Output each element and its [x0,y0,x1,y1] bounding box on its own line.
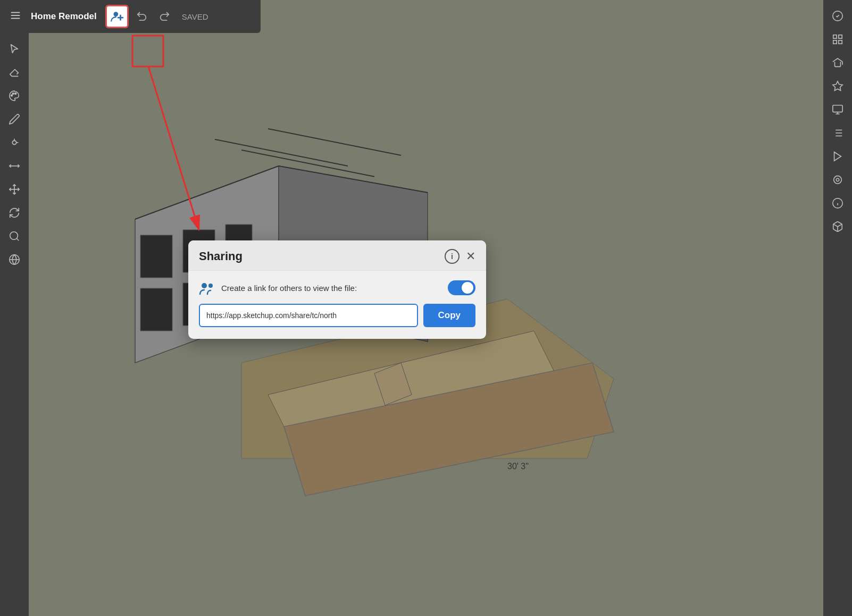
svg-text:30' 3": 30' 3" [507,462,529,471]
svg-rect-25 [833,105,842,112]
right-tool-7[interactable] [827,146,848,167]
tool-tape[interactable] [4,226,25,247]
svg-rect-48 [140,288,172,331]
canvas-area: 30' 3" Sharing i ✕ [29,33,823,616]
svg-marker-24 [833,81,842,90]
document-title: Home Remodel [31,11,97,22]
tool-rotate[interactable] [4,202,25,223]
svg-rect-20 [833,35,837,38]
undo-button[interactable] [133,7,151,26]
right-tool-box[interactable] [827,216,848,237]
right-tool-4[interactable] [827,76,848,97]
dialog-body: Create a link for others to view the fil… [188,271,486,339]
tool-pencil[interactable] [4,109,25,130]
dialog-header-icons: i ✕ [445,249,475,264]
svg-line-16 [16,238,19,240]
saved-status: SAVED [178,10,213,23]
svg-point-36 [834,176,842,184]
tool-move[interactable] [4,179,25,200]
right-sidebar [823,0,852,616]
toggle-thumb [462,282,473,294]
svg-point-3 [113,12,118,16]
sharing-toggle[interactable] [448,280,475,295]
left-sidebar [0,33,29,616]
svg-point-7 [12,93,14,95]
url-row: Copy [199,304,475,327]
tool-eraser[interactable] [4,62,25,83]
svg-rect-21 [839,35,842,38]
svg-line-54 [268,129,401,155]
sharing-toggle-row: Create a link for others to view the fil… [199,280,475,295]
top-toolbar: Home Remodel SAVED [0,0,261,33]
right-tool-1[interactable] [827,5,848,27]
svg-point-15 [10,232,18,240]
tool-arc[interactable] [4,132,25,153]
dialog-info-button[interactable]: i [445,249,460,264]
sharing-dialog: Sharing i ✕ [188,240,486,339]
right-tool-3[interactable] [827,52,848,73]
people-icon [199,280,216,295]
svg-marker-34 [834,152,841,161]
share-url-input[interactable] [199,304,418,327]
share-button[interactable] [105,5,129,28]
tool-paint[interactable] [4,85,25,106]
svg-point-35 [836,178,839,181]
right-tool-info[interactable] [827,193,848,214]
svg-point-8 [15,93,16,95]
menu-icon[interactable] [6,7,24,26]
right-tool-8[interactable] [827,169,848,190]
svg-rect-23 [839,40,842,44]
svg-point-62 [208,284,213,288]
tool-orbit[interactable] [4,249,25,270]
right-tool-2[interactable] [827,29,848,50]
svg-point-9 [12,140,16,144]
right-tool-6[interactable] [827,122,848,144]
dialog-header: Sharing i ✕ [188,240,486,271]
dialog-title: Sharing [199,249,243,263]
svg-point-6 [11,95,13,96]
svg-rect-47 [140,235,172,278]
sharing-label-group: Create a link for others to view the fil… [199,280,357,295]
redo-button[interactable] [155,7,173,26]
svg-rect-22 [833,40,837,44]
tool-push-pull[interactable] [4,155,25,177]
svg-point-61 [202,283,207,288]
sharing-label: Create a link for others to view the fil… [221,284,357,293]
svg-line-52 [215,139,348,166]
right-tool-5[interactable] [827,99,848,120]
dialog-close-button[interactable]: ✕ [466,251,475,262]
tool-select[interactable] [4,38,25,60]
copy-button[interactable]: Copy [423,304,476,327]
